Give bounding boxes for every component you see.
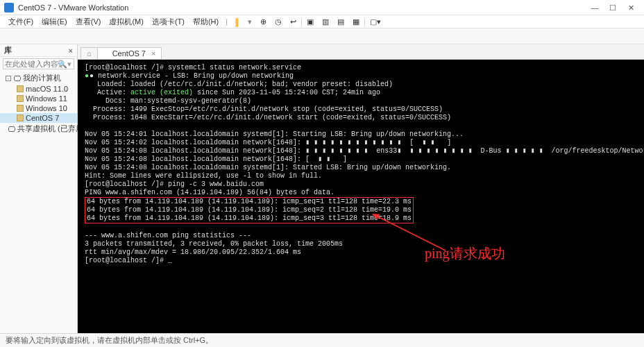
content-area: ⌂ CentOS 7 × [root@localhost /]# systemc… bbox=[78, 44, 644, 333]
tree-item-centos7[interactable]: CentOS 7 bbox=[0, 113, 77, 123]
menu-view[interactable]: 查看(V) bbox=[71, 17, 105, 27]
tree-item-label: Windows 10 bbox=[26, 104, 67, 112]
settings-dropdown-icon[interactable]: ▢▾ bbox=[366, 17, 385, 26]
tree-item-win11[interactable]: Windows 11 bbox=[0, 94, 77, 103]
menu-bar: 文件(F) 编辑(E) 查看(V) 虚拟机(M) 选项卡(T) 帮助(H) | … bbox=[0, 15, 644, 28]
snapshot-icon[interactable]: ◷ bbox=[271, 17, 286, 26]
maximize-button[interactable]: ☐ bbox=[604, 1, 622, 14]
tree-item-label: macOS 11.0 bbox=[26, 85, 68, 93]
app-icon bbox=[4, 3, 14, 12]
menu-help[interactable]: 帮助(H) bbox=[189, 17, 223, 27]
search-icon[interactable]: 🔍▾ bbox=[58, 60, 71, 69]
sidebar-search: 🔍▾ bbox=[0, 57, 77, 71]
terminal-output: [root@localhost /]# systemctl status net… bbox=[78, 60, 644, 269]
annotation-text: ping请求成功 bbox=[425, 244, 505, 263]
ping-highlight-box: 64 bytes from 14.119.104.189 (14.119.104… bbox=[85, 197, 414, 223]
window-title: CentOS 7 - VMware Workstation bbox=[18, 3, 586, 12]
window-title-bar: CentOS 7 - VMware Workstation — ☐ ✕ bbox=[0, 0, 644, 15]
console-view-icon[interactable]: ▤ bbox=[333, 17, 348, 26]
vm-icon bbox=[103, 51, 110, 57]
vm-icon bbox=[17, 115, 24, 121]
collapse-icon[interactable]: - bbox=[6, 76, 11, 81]
menu-edit[interactable]: 编辑(E) bbox=[37, 17, 71, 27]
vm-tab[interactable]: CentOS 7 × bbox=[97, 47, 162, 59]
fullscreen-icon[interactable]: ▣ bbox=[303, 17, 318, 26]
dropdown-icon[interactable]: ▾ bbox=[244, 17, 256, 26]
sidebar: 库 × 🔍▾ -🖵我的计算机 macOS 11.0 Windows 11 Win… bbox=[0, 44, 78, 333]
tab-close-icon[interactable]: × bbox=[151, 49, 155, 58]
status-bar: 要将输入定向到该虚拟机，请在虚拟机内部单击或按 Ctrl+G。 bbox=[0, 333, 644, 347]
send-ctrl-alt-del-icon[interactable]: ⊕ bbox=[256, 17, 271, 26]
tool-bar bbox=[0, 28, 644, 44]
tree-item-macos[interactable]: macOS 11.0 bbox=[0, 84, 77, 94]
close-button[interactable]: ✕ bbox=[622, 1, 640, 14]
sidebar-header: 库 × bbox=[0, 44, 77, 57]
tab-strip: ⌂ CentOS 7 × bbox=[78, 44, 644, 60]
vm-icon bbox=[17, 105, 24, 112]
tree-item-label: CentOS 7 bbox=[26, 114, 59, 122]
status-text: 要将输入定向到该虚拟机，请在虚拟机内部单击或按 Ctrl+G。 bbox=[6, 335, 213, 346]
tree-root-label: 我的计算机 bbox=[23, 73, 61, 83]
sidebar-close-icon[interactable]: × bbox=[69, 46, 73, 55]
unity-icon[interactable]: ▥ bbox=[318, 17, 333, 26]
sidebar-header-label: 库 bbox=[4, 45, 12, 56]
menu-file[interactable]: 文件(F) bbox=[4, 17, 37, 27]
vm-tree: -🖵我的计算机 macOS 11.0 Windows 11 Windows 10… bbox=[0, 71, 77, 136]
tree-shared[interactable]: 🖵共享虚拟机 (已弃用) bbox=[0, 123, 77, 135]
tree-item-win10[interactable]: Windows 10 bbox=[0, 103, 77, 113]
thumbnail-icon[interactable]: ▦ bbox=[348, 17, 364, 26]
pause-icon[interactable]: ‖ bbox=[230, 17, 244, 27]
home-tab[interactable]: ⌂ bbox=[80, 47, 97, 59]
tree-shared-label: 共享虚拟机 (已弃用) bbox=[17, 124, 85, 134]
main-area: 库 × 🔍▾ -🖵我的计算机 macOS 11.0 Windows 11 Win… bbox=[0, 44, 644, 333]
minimize-button[interactable]: — bbox=[586, 1, 604, 14]
tree-item-label: Windows 11 bbox=[26, 94, 67, 103]
guest-console[interactable]: [root@localhost /]# systemctl status net… bbox=[78, 60, 644, 333]
vm-tab-label: CentOS 7 bbox=[112, 49, 146, 58]
vm-icon bbox=[17, 85, 24, 92]
tree-root[interactable]: -🖵我的计算机 bbox=[0, 72, 77, 84]
home-icon: ⌂ bbox=[87, 49, 92, 58]
menu-tabs[interactable]: 选项卡(T) bbox=[148, 17, 189, 27]
menu-vm[interactable]: 虚拟机(M) bbox=[105, 17, 148, 27]
vm-icon bbox=[17, 95, 24, 102]
revert-icon[interactable]: ↩ bbox=[286, 17, 300, 26]
